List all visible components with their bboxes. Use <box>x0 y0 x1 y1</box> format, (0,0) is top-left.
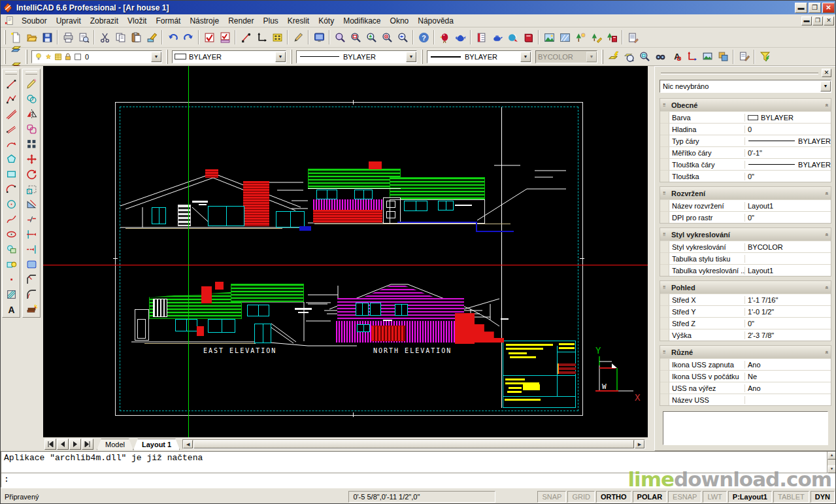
move-button[interactable] <box>24 152 39 167</box>
selection-filter-button[interactable] <box>757 48 773 65</box>
collapse-chevron-icon[interactable]: « <box>823 286 829 289</box>
block-explorer-button[interactable] <box>637 48 652 65</box>
layer-by-entity-button[interactable] <box>605 48 621 65</box>
print-preview-button[interactable] <box>76 29 92 46</box>
image-sky-button[interactable] <box>557 29 573 46</box>
linetype-combo[interactable]: BYLAYER ▼ <box>296 50 417 63</box>
lock-icon[interactable] <box>63 52 73 61</box>
entity-properties-button[interactable] <box>736 48 752 65</box>
esnap-settings-button[interactable] <box>201 29 217 46</box>
next-tab-icon[interactable] <box>69 439 81 450</box>
scale-button[interactable] <box>24 182 39 197</box>
trim-button[interactable] <box>24 227 39 242</box>
toggle-snap[interactable]: SNAP <box>537 491 566 503</box>
property-value[interactable]: 0 <box>745 126 831 133</box>
block-button[interactable] <box>3 257 19 272</box>
toggle-tablet[interactable]: TABLET <box>773 491 809 503</box>
command-history[interactable]: Aplikace "archlib4m.dll" je již načtena <box>1 452 827 473</box>
prev-tab-icon[interactable] <box>57 439 69 450</box>
render-materials-button[interactable] <box>505 29 520 46</box>
array-button[interactable] <box>24 137 39 152</box>
menu-zobrazit[interactable]: Zobrazit <box>86 15 123 27</box>
property-row[interactable]: Střed Y1'-0 1/2" <box>660 305 831 317</box>
erase-button[interactable] <box>24 76 39 92</box>
ucs-explorer-button[interactable] <box>684 48 699 65</box>
section-header[interactable]: ⁞⁞Pohled« <box>660 281 831 294</box>
render-preferences-button[interactable] <box>473 29 489 46</box>
property-value[interactable]: 0" <box>745 173 831 180</box>
image-edit-tree-button[interactable] <box>588 29 604 46</box>
collapse-chevron-icon[interactable]: « <box>823 103 829 107</box>
menu-n-stroje[interactable]: Nástroje <box>185 15 224 27</box>
panel-close-icon[interactable]: ✕ <box>822 69 831 77</box>
property-value[interactable]: Ne <box>745 373 831 380</box>
toggle-lwt[interactable]: LWT <box>703 491 726 503</box>
property-value[interactable]: 0'-1" <box>745 149 831 157</box>
tab-layout-1[interactable]: Layout 1 <box>133 439 180 450</box>
property-value[interactable]: 1'-0 1/2" <box>745 308 831 316</box>
image-library-button[interactable] <box>604 29 620 46</box>
panel-drag-handle[interactable] <box>661 73 818 75</box>
menu-okno[interactable]: Okno <box>386 15 414 27</box>
maximize-icon[interactable]: ❐ <box>809 3 821 13</box>
last-tab-icon[interactable] <box>82 439 93 450</box>
property-row[interactable]: BarvaBYLAYER <box>660 111 831 123</box>
property-row[interactable]: Typ čáryBYLAYER <box>660 135 831 146</box>
polyline-button[interactable] <box>3 92 19 107</box>
point-button[interactable] <box>3 272 19 287</box>
menu-kreslit[interactable]: Kreslit <box>283 15 314 27</box>
property-row[interactable]: DPI pro rastr0" <box>660 211 831 223</box>
zoom-inout-button[interactable]: ± <box>363 29 379 46</box>
property-row[interactable]: Výška2'-3 7/8" <box>660 329 831 341</box>
mdi-restore-icon[interactable]: ❐ <box>812 16 823 25</box>
ellipse-button[interactable] <box>3 227 19 242</box>
text-style-explorer-button[interactable]: A <box>668 48 684 65</box>
cut-button[interactable] <box>97 29 112 46</box>
layer-combo[interactable]: 0 ▼ <box>31 50 162 63</box>
section-header[interactable]: ⁞⁞Různé« <box>660 346 831 358</box>
command-line[interactable]: Aplikace "archlib4m.dll" je již načtena … <box>1 451 836 488</box>
named-views-button[interactable] <box>699 48 715 65</box>
offset-button[interactable] <box>24 122 39 137</box>
entity-snap-button[interactable] <box>238 29 254 46</box>
break-button[interactable] <box>24 212 39 227</box>
screen-button[interactable] <box>311 29 327 46</box>
menu-render[interactable]: Render <box>224 15 258 27</box>
property-row[interactable]: Hladina0 <box>660 123 831 135</box>
toggle-polar[interactable]: POLAR <box>633 491 667 503</box>
render-teapot-button[interactable] <box>452 29 468 46</box>
fillet-button[interactable] <box>24 287 39 302</box>
menu-n-pov-da[interactable]: Nápověda <box>413 15 458 27</box>
bulb-icon[interactable] <box>34 52 43 61</box>
minimize-icon[interactable]: ▬ <box>795 3 807 13</box>
property-value[interactable]: Layout1 <box>745 202 831 210</box>
explode-button[interactable] <box>24 302 39 317</box>
property-row[interactable]: Střed X1'-1 7/16" <box>660 294 831 305</box>
image-sun-tree-button[interactable] <box>573 29 588 46</box>
property-row[interactable]: USS na výřezAno <box>660 382 831 394</box>
redo-button[interactable] <box>180 29 196 46</box>
view-explorer-button[interactable] <box>652 48 668 65</box>
menu-vlo-it[interactable]: Vložit <box>123 15 151 27</box>
section-header[interactable]: ⁞⁞Styl vykreslování« <box>660 228 831 241</box>
layer-explorer-button[interactable] <box>621 48 637 65</box>
line-button[interactable] <box>3 76 19 92</box>
menu-soubor[interactable]: Soubor <box>17 15 52 27</box>
construction-line-button[interactable] <box>3 107 19 122</box>
multiline-button[interactable] <box>3 122 19 137</box>
mdi-minimize-icon[interactable]: ▬ <box>801 16 812 25</box>
undo-button[interactable] <box>165 29 180 46</box>
first-tab-icon[interactable] <box>44 439 56 450</box>
property-value[interactable]: 0" <box>745 214 831 222</box>
render-background-button[interactable] <box>520 29 536 46</box>
sun-icon[interactable] <box>44 52 53 61</box>
polygon-button[interactable] <box>3 152 19 167</box>
toggle-dyn[interactable]: DYN <box>811 491 835 503</box>
toggle-grid[interactable]: GRID <box>567 491 595 503</box>
draw-order-button[interactable] <box>715 48 731 65</box>
property-value[interactable]: BYLAYER <box>745 114 831 122</box>
property-value[interactable]: 0" <box>745 320 831 328</box>
stretch-button[interactable] <box>24 197 39 212</box>
menu-form-t[interactable]: Formát <box>151 15 185 27</box>
zoom-extents-button[interactable] <box>379 29 395 46</box>
